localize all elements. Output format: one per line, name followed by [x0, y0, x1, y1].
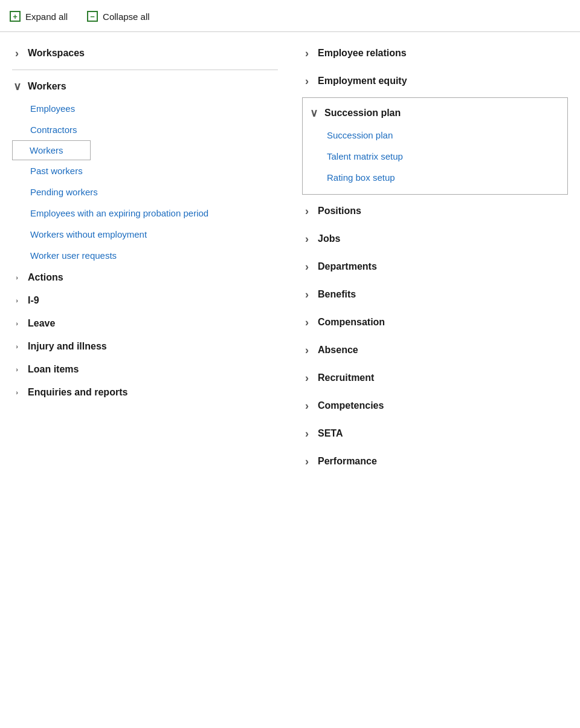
nav-contractors[interactable]: Contractors	[12, 119, 278, 140]
section-recruitment: Recruitment	[302, 366, 568, 389]
section-seta: SETA	[302, 422, 568, 445]
performance-header[interactable]: Performance	[302, 450, 568, 473]
section-benefits: Benefits	[302, 283, 568, 306]
workers-subsection: Employees Contractors Workers Past worke…	[12, 98, 278, 404]
actions-chevron: ›	[12, 273, 22, 282]
seta-chevron	[302, 429, 312, 438]
section-departments: Departments	[302, 255, 568, 278]
section-competencies: Competencies	[302, 394, 568, 417]
injury-label: Injury and illness	[28, 341, 107, 352]
main-content: Workspaces ∨ Workers Employees Contracto…	[0, 32, 580, 487]
collapse-all-icon: −	[87, 11, 98, 22]
expand-all-icon: +	[10, 11, 21, 22]
enquiries-chevron: ›	[12, 388, 22, 397]
section-employment-equity: Employment equity	[302, 70, 568, 93]
recruitment-label: Recruitment	[318, 372, 374, 383]
injury-chevron: ›	[12, 342, 22, 351]
section-compensation: Compensation	[302, 311, 568, 334]
toolbar: + Expand all − Collapse all	[0, 0, 580, 32]
recruitment-chevron	[302, 373, 312, 383]
nav-workers[interactable]: Workers	[12, 140, 91, 160]
succession-plan-links: Succession plan Talent matrix setup Rati…	[309, 125, 561, 188]
nav-past-workers[interactable]: Past workers	[12, 160, 278, 181]
seta-label: SETA	[318, 428, 343, 439]
workspaces-header[interactable]: Workspaces	[12, 42, 278, 65]
actions-label: Actions	[28, 272, 63, 283]
competencies-header[interactable]: Competencies	[302, 394, 568, 417]
workspaces-label: Workspaces	[28, 48, 85, 59]
positions-chevron	[302, 206, 312, 216]
workspaces-chevron	[12, 48, 22, 58]
employee-relations-label: Employee relations	[318, 48, 407, 59]
compensation-header[interactable]: Compensation	[302, 311, 568, 334]
loan-chevron: ›	[12, 365, 22, 374]
enquiries-label: Enquiries and reports	[28, 387, 127, 398]
succession-plan-header[interactable]: ∨ Succession plan	[309, 102, 561, 125]
employee-relations-header[interactable]: Employee relations	[302, 42, 568, 65]
benefits-label: Benefits	[318, 289, 356, 300]
departments-chevron	[302, 262, 312, 271]
absence-header[interactable]: Absence	[302, 339, 568, 362]
performance-chevron	[302, 457, 312, 466]
i9-chevron: ›	[12, 296, 22, 305]
positions-header[interactable]: Positions	[302, 200, 568, 223]
employee-relations-chevron	[302, 48, 312, 58]
succession-plan-label: Succession plan	[324, 108, 401, 119]
section-jobs: Jobs	[302, 227, 568, 250]
collapse-all-button[interactable]: − Collapse all	[87, 11, 150, 22]
nav-worker-user-requests[interactable]: Worker user requests	[12, 245, 278, 266]
injury-header[interactable]: › Injury and illness	[12, 335, 278, 358]
nav-pending-workers[interactable]: Pending workers	[12, 181, 278, 203]
divider-1	[12, 70, 278, 70]
competencies-chevron	[302, 401, 312, 411]
absence-chevron	[302, 345, 312, 355]
nav-employees[interactable]: Employees	[12, 98, 278, 119]
left-column: Workspaces ∨ Workers Employees Contracto…	[0, 42, 290, 478]
nav-rating-box-setup[interactable]: Rating box setup	[309, 167, 561, 188]
expand-all-label: Expand all	[25, 11, 68, 22]
workers-header[interactable]: ∨ Workers	[12, 75, 278, 98]
section-workspaces: Workspaces	[12, 42, 278, 65]
compensation-label: Compensation	[318, 317, 385, 328]
section-performance: Performance	[302, 450, 568, 473]
section-positions: Positions	[302, 200, 568, 223]
collapse-all-label: Collapse all	[103, 11, 150, 22]
recruitment-header[interactable]: Recruitment	[302, 366, 568, 389]
benefits-chevron	[302, 290, 312, 299]
section-workers: ∨ Workers Employees Contractors Workers …	[12, 75, 278, 404]
section-absence: Absence	[302, 339, 568, 362]
leave-chevron: ›	[12, 319, 22, 328]
enquiries-header[interactable]: › Enquiries and reports	[12, 381, 278, 404]
jobs-header[interactable]: Jobs	[302, 227, 568, 250]
loan-header[interactable]: › Loan items	[12, 358, 278, 381]
employment-equity-chevron	[302, 76, 312, 86]
performance-label: Performance	[318, 456, 377, 467]
expand-all-button[interactable]: + Expand all	[10, 11, 68, 22]
nav-expiring-probation[interactable]: Employees with an expiring probation per…	[12, 203, 278, 224]
departments-header[interactable]: Departments	[302, 255, 568, 278]
compensation-chevron	[302, 317, 312, 327]
workers-label: Workers	[28, 81, 66, 92]
competencies-label: Competencies	[318, 400, 384, 411]
seta-header[interactable]: SETA	[302, 422, 568, 445]
leave-label: Leave	[28, 318, 55, 329]
nav-succession-plan[interactable]: Succession plan	[309, 125, 561, 146]
i9-header[interactable]: › I-9	[12, 289, 278, 312]
succession-plan-chevron: ∨	[309, 108, 318, 118]
absence-label: Absence	[318, 345, 358, 356]
jobs-chevron	[302, 234, 312, 244]
employment-equity-header[interactable]: Employment equity	[302, 70, 568, 93]
actions-header[interactable]: › Actions	[12, 266, 278, 289]
nav-talent-matrix-setup[interactable]: Talent matrix setup	[309, 146, 561, 167]
benefits-header[interactable]: Benefits	[302, 283, 568, 306]
employment-equity-label: Employment equity	[318, 76, 407, 86]
i9-label: I-9	[28, 295, 39, 306]
leave-header[interactable]: › Leave	[12, 312, 278, 335]
workers-chevron: ∨	[12, 82, 22, 91]
nav-workers-without-employment[interactable]: Workers without employment	[12, 224, 278, 245]
jobs-label: Jobs	[318, 233, 340, 244]
section-succession-plan: ∨ Succession plan Succession plan Talent…	[302, 97, 568, 195]
departments-label: Departments	[318, 261, 377, 272]
section-employee-relations: Employee relations	[302, 42, 568, 65]
positions-label: Positions	[318, 206, 361, 216]
